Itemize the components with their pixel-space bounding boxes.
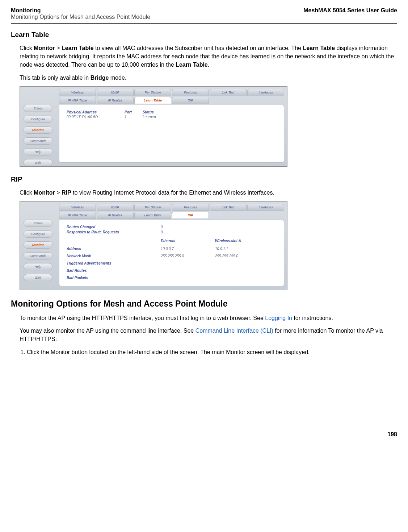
- footer-rule: [11, 429, 397, 429]
- label: Responses to Route Requests: [67, 230, 161, 234]
- content-panel: Routes Changed 0 Responses to Route Requ…: [59, 220, 284, 286]
- main-area: Wireless ICMP Per Station Features Link …: [56, 87, 287, 166]
- header-rule: [11, 23, 397, 24]
- tab-rip[interactable]: RIP: [172, 212, 209, 219]
- tab-interfaces[interactable]: Interfaces: [247, 204, 284, 211]
- sidebar-exit[interactable]: Exit: [24, 159, 52, 166]
- header-subtitle: Monitoring Options for Mesh and Access P…: [11, 14, 150, 20]
- monitoring-options-list: Click the Monitor button located on the …: [20, 348, 397, 356]
- sidebar-commands[interactable]: Commands: [24, 137, 52, 145]
- sidebar-configure[interactable]: Configure: [24, 116, 52, 123]
- wireless-addr: 10.0.1.1: [215, 247, 269, 251]
- header-ethernet: Ethernet: [161, 239, 215, 243]
- sidebar-help[interactable]: Help: [24, 263, 52, 270]
- content-panel: Physical Address Port Status 00:0F:1F:D1…: [59, 105, 284, 163]
- text: Click: [20, 190, 34, 196]
- text: >: [55, 190, 62, 196]
- tab-features[interactable]: Features: [172, 89, 209, 96]
- label: Address: [67, 247, 161, 251]
- tab-learn-table[interactable]: Learn Table: [134, 212, 171, 219]
- label: Triggered Advertisements: [67, 261, 161, 265]
- wireless-mask: 255.255.255.0: [215, 254, 269, 258]
- learn-table-screenshot: Status Configure Monitor Commands Help E…: [20, 86, 287, 167]
- tab-ip-arp-table[interactable]: IP ARP Table: [59, 97, 96, 104]
- monitoring-options-heading: Monitoring Options for Mesh and Access P…: [11, 299, 397, 309]
- tab-ip-routes[interactable]: IP Routes: [97, 212, 134, 219]
- learn-table-heading: Learn Table: [11, 31, 397, 39]
- tab-row-2: IP ARP Table IP Routes Learn Table RIP: [59, 97, 284, 104]
- tab-icmp[interactable]: ICMP: [97, 204, 134, 211]
- tab-icmp[interactable]: ICMP: [97, 89, 134, 96]
- header-physical-address: Physical Address: [67, 110, 125, 114]
- label: Routes Changed: [67, 225, 161, 229]
- text: Click: [20, 45, 34, 51]
- tab-per-station[interactable]: Per Station: [134, 204, 171, 211]
- rip-address: Address 10.0.0.7 10.0.1.1: [67, 247, 277, 251]
- text: You may also monitor the AP using the co…: [20, 328, 195, 334]
- ethernet-mask: 255.255.255.0: [161, 254, 215, 258]
- rip-bad-routes: Bad Routes: [67, 269, 277, 273]
- monitoring-options-para2: You may also monitor the AP using the co…: [20, 327, 397, 343]
- label: Bad Packets: [67, 276, 161, 280]
- tab-ip-arp-table[interactable]: IP ARP Table: [59, 212, 96, 219]
- bold-learn-table: Learn Table: [62, 45, 94, 51]
- tab-link-test[interactable]: Link Test: [210, 89, 247, 96]
- sidebar-status[interactable]: Status: [24, 105, 52, 112]
- monitoring-options-para1: To monitor the AP using the HTTP/HTTPS i…: [20, 314, 397, 322]
- tab-wireless[interactable]: Wireless: [59, 89, 96, 96]
- learn-table-para2: This tab is only available in Bridge mod…: [20, 74, 397, 82]
- tab-learn-table[interactable]: Learn Table: [134, 97, 171, 104]
- main-area: Wireless ICMP Per Station Features Link …: [56, 201, 287, 290]
- tab-link-test[interactable]: Link Test: [210, 204, 247, 211]
- tab-row-2: IP ARP Table IP Routes Learn Table RIP: [59, 212, 284, 219]
- bold-monitor: Monitor: [34, 45, 55, 51]
- text: Click the: [27, 349, 51, 355]
- sidebar-help[interactable]: Help: [24, 148, 52, 155]
- tab-ip-routes[interactable]: IP Routes: [97, 97, 134, 104]
- link-cli[interactable]: Command Line Interface (CLI): [195, 328, 273, 334]
- ethernet-addr: 10.0.0.7: [161, 247, 215, 251]
- sidebar-status[interactable]: Status: [24, 220, 52, 227]
- rip-bad-packets: Bad Packets: [67, 276, 277, 280]
- tab-rip[interactable]: RIP: [172, 97, 209, 104]
- sidebar-monitor[interactable]: Monitor: [24, 126, 52, 134]
- label: Network Mask: [67, 254, 161, 258]
- header-wireless-slot-a: Wireless-slot A: [215, 239, 269, 243]
- bold-rip: RIP: [62, 190, 71, 196]
- rip-responses: Responses to Route Requests 0: [67, 230, 277, 234]
- sidebar-configure[interactable]: Configure: [24, 230, 52, 238]
- rip-screenshot: Status Configure Monitor Commands Help E…: [20, 201, 287, 290]
- cell-port: 1: [125, 115, 143, 119]
- bold-monitor: Monitor: [51, 349, 70, 355]
- text: for instructions.: [292, 315, 333, 321]
- value: 0: [161, 225, 215, 229]
- tab-wireless[interactable]: Wireless: [59, 204, 96, 211]
- bold-monitor: Monitor: [226, 349, 245, 355]
- learn-table-header-row: Physical Address Port Status: [67, 110, 277, 114]
- tab-row-1: Wireless ICMP Per Station Features Link …: [59, 89, 284, 96]
- learn-table-data-row: 00:0F:1F:D1:A0:5D 1 Learned: [67, 115, 277, 119]
- page-header: Monitoring Monitoring Options for Mesh a…: [11, 7, 397, 20]
- cell-status: Learned: [143, 115, 172, 119]
- tab-per-station[interactable]: Per Station: [134, 89, 171, 96]
- page-number: 198: [11, 431, 397, 438]
- text: to view Routing Internet Protocol data f…: [71, 190, 274, 196]
- tab-features[interactable]: Features: [172, 204, 209, 211]
- bold-monitor: Monitor: [34, 190, 55, 196]
- bold-learn-table: Learn Table: [176, 62, 208, 68]
- link-logging-in[interactable]: Logging In: [265, 315, 292, 321]
- tab-interfaces[interactable]: Interfaces: [247, 89, 284, 96]
- rip-triggered-adv: Triggered Advertisements: [67, 261, 277, 265]
- learn-table-para1: Click Monitor > Learn Table to view all …: [20, 44, 397, 69]
- sidebar: Status Configure Monitor Commands Help E…: [20, 201, 56, 290]
- sidebar-exit[interactable]: Exit: [24, 274, 52, 281]
- header-left: Monitoring Monitoring Options for Mesh a…: [11, 7, 150, 20]
- sidebar-monitor[interactable]: Monitor: [24, 241, 52, 249]
- rip-para: Click Monitor > RIP to view Routing Inte…: [20, 188, 397, 197]
- tab-row-1: Wireless ICMP Per Station Features Link …: [59, 204, 284, 211]
- header-status: Status: [143, 110, 172, 114]
- text: mode.: [109, 75, 126, 81]
- text: >: [55, 45, 62, 51]
- rip-netmask: Network Mask 255.255.255.0 255.255.255.0: [67, 254, 277, 258]
- sidebar-commands[interactable]: Commands: [24, 252, 52, 259]
